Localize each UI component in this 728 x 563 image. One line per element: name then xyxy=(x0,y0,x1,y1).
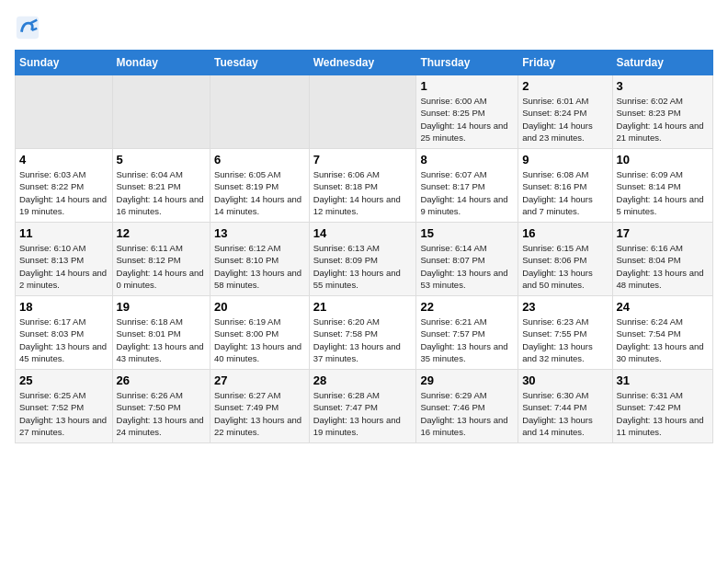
week-row-2: 4Sunrise: 6:03 AMSunset: 8:22 PMDaylight… xyxy=(16,149,713,223)
cell-content: Sunrise: 6:03 AMSunset: 8:22 PMDaylight:… xyxy=(19,168,108,217)
cell-content: Sunrise: 6:14 AMSunset: 8:07 PMDaylight:… xyxy=(420,242,514,291)
date-number: 22 xyxy=(420,300,514,314)
cell-content: Sunrise: 6:18 AMSunset: 8:01 PMDaylight:… xyxy=(117,316,206,364)
calendar-cell xyxy=(16,75,113,149)
cell-content: Sunrise: 6:20 AMSunset: 7:58 PMDaylight:… xyxy=(313,316,413,364)
date-number: 21 xyxy=(313,300,413,314)
cell-content: Sunrise: 6:10 AMSunset: 8:13 PMDaylight:… xyxy=(19,242,108,291)
calendar-cell: 25Sunrise: 6:25 AMSunset: 7:52 PMDayligh… xyxy=(16,370,113,443)
calendar-cell: 26Sunrise: 6:26 AMSunset: 7:50 PMDayligh… xyxy=(112,370,210,443)
cell-content: Sunrise: 6:26 AMSunset: 7:50 PMDaylight:… xyxy=(117,389,206,438)
calendar-cell: 7Sunrise: 6:06 AMSunset: 8:18 PMDaylight… xyxy=(309,149,416,223)
header-row: SundayMondayTuesdayWednesdayThursdayFrid… xyxy=(16,51,713,75)
calendar-cell: 11Sunrise: 6:10 AMSunset: 8:13 PMDayligh… xyxy=(16,223,113,296)
date-number: 28 xyxy=(313,373,413,387)
calendar-cell: 19Sunrise: 6:18 AMSunset: 8:01 PMDayligh… xyxy=(112,296,210,370)
cell-content: Sunrise: 6:11 AMSunset: 8:12 PMDaylight:… xyxy=(117,242,206,291)
date-number: 5 xyxy=(117,153,206,167)
cell-content: Sunrise: 6:13 AMSunset: 8:09 PMDaylight:… xyxy=(313,242,413,291)
date-number: 13 xyxy=(214,226,305,240)
date-number: 24 xyxy=(617,300,709,314)
day-header-monday: Monday xyxy=(112,51,210,75)
week-row-5: 25Sunrise: 6:25 AMSunset: 7:52 PMDayligh… xyxy=(16,370,713,443)
date-number: 12 xyxy=(117,226,206,240)
date-number: 15 xyxy=(420,226,514,240)
logo xyxy=(15,15,44,40)
cell-content: Sunrise: 6:25 AMSunset: 7:52 PMDaylight:… xyxy=(19,389,108,438)
date-number: 20 xyxy=(214,300,305,314)
cell-content: Sunrise: 6:16 AMSunset: 8:04 PMDaylight:… xyxy=(617,242,709,291)
calendar-cell: 9Sunrise: 6:08 AMSunset: 8:16 PMDaylight… xyxy=(518,149,612,223)
date-number: 2 xyxy=(522,79,608,93)
date-number: 4 xyxy=(19,153,108,167)
calendar-cell: 24Sunrise: 6:24 AMSunset: 7:54 PMDayligh… xyxy=(612,296,712,370)
date-number: 1 xyxy=(420,79,514,93)
date-number: 23 xyxy=(522,300,608,314)
date-number: 9 xyxy=(522,153,608,167)
calendar-cell: 27Sunrise: 6:27 AMSunset: 7:49 PMDayligh… xyxy=(210,370,310,443)
date-number: 6 xyxy=(214,153,305,167)
week-row-4: 18Sunrise: 6:17 AMSunset: 8:03 PMDayligh… xyxy=(16,296,713,370)
calendar-cell: 30Sunrise: 6:30 AMSunset: 7:44 PMDayligh… xyxy=(518,370,612,443)
date-number: 10 xyxy=(617,153,709,167)
date-number: 14 xyxy=(313,226,413,240)
cell-content: Sunrise: 6:28 AMSunset: 7:47 PMDaylight:… xyxy=(313,389,413,438)
date-number: 29 xyxy=(420,373,514,387)
day-header-tuesday: Tuesday xyxy=(210,51,310,75)
cell-content: Sunrise: 6:09 AMSunset: 8:14 PMDaylight:… xyxy=(617,168,709,217)
logo-icon xyxy=(15,15,40,40)
day-header-thursday: Thursday xyxy=(416,51,518,75)
date-number: 26 xyxy=(117,373,206,387)
cell-content: Sunrise: 6:05 AMSunset: 8:19 PMDaylight:… xyxy=(214,168,305,217)
calendar-cell: 4Sunrise: 6:03 AMSunset: 8:22 PMDaylight… xyxy=(16,149,113,223)
calendar-cell: 15Sunrise: 6:14 AMSunset: 8:07 PMDayligh… xyxy=(416,223,518,296)
calendar-cell xyxy=(210,75,310,149)
calendar-cell: 20Sunrise: 6:19 AMSunset: 8:00 PMDayligh… xyxy=(210,296,310,370)
calendar-cell: 13Sunrise: 6:12 AMSunset: 8:10 PMDayligh… xyxy=(210,223,310,296)
page-header xyxy=(15,15,713,40)
day-header-sunday: Sunday xyxy=(16,51,113,75)
cell-content: Sunrise: 6:00 AMSunset: 8:25 PMDaylight:… xyxy=(420,95,514,144)
date-number: 25 xyxy=(19,373,108,387)
cell-content: Sunrise: 6:29 AMSunset: 7:46 PMDaylight:… xyxy=(420,389,514,438)
cell-content: Sunrise: 6:17 AMSunset: 8:03 PMDaylight:… xyxy=(19,316,108,364)
cell-content: Sunrise: 6:30 AMSunset: 7:44 PMDaylight:… xyxy=(522,389,608,438)
calendar-cell: 29Sunrise: 6:29 AMSunset: 7:46 PMDayligh… xyxy=(416,370,518,443)
calendar-cell: 12Sunrise: 6:11 AMSunset: 8:12 PMDayligh… xyxy=(112,223,210,296)
calendar-cell: 6Sunrise: 6:05 AMSunset: 8:19 PMDaylight… xyxy=(210,149,310,223)
calendar-cell: 3Sunrise: 6:02 AMSunset: 8:23 PMDaylight… xyxy=(612,75,712,149)
calendar-cell: 22Sunrise: 6:21 AMSunset: 7:57 PMDayligh… xyxy=(416,296,518,370)
date-number: 8 xyxy=(420,153,514,167)
calendar-cell: 23Sunrise: 6:23 AMSunset: 7:55 PMDayligh… xyxy=(518,296,612,370)
date-number: 17 xyxy=(617,226,709,240)
cell-content: Sunrise: 6:12 AMSunset: 8:10 PMDaylight:… xyxy=(214,242,305,291)
cell-content: Sunrise: 6:08 AMSunset: 8:16 PMDaylight:… xyxy=(522,168,608,217)
cell-content: Sunrise: 6:02 AMSunset: 8:23 PMDaylight:… xyxy=(617,95,709,144)
cell-content: Sunrise: 6:07 AMSunset: 8:17 PMDaylight:… xyxy=(420,168,514,217)
cell-content: Sunrise: 6:23 AMSunset: 7:55 PMDaylight:… xyxy=(522,316,608,364)
day-header-friday: Friday xyxy=(518,51,612,75)
week-row-1: 1Sunrise: 6:00 AMSunset: 8:25 PMDaylight… xyxy=(16,75,713,149)
calendar-cell: 5Sunrise: 6:04 AMSunset: 8:21 PMDaylight… xyxy=(112,149,210,223)
cell-content: Sunrise: 6:21 AMSunset: 7:57 PMDaylight:… xyxy=(420,316,514,364)
day-header-saturday: Saturday xyxy=(612,51,712,75)
calendar-cell: 14Sunrise: 6:13 AMSunset: 8:09 PMDayligh… xyxy=(309,223,416,296)
calendar-cell xyxy=(309,75,416,149)
cell-content: Sunrise: 6:04 AMSunset: 8:21 PMDaylight:… xyxy=(117,168,206,217)
day-header-wednesday: Wednesday xyxy=(309,51,416,75)
calendar-cell: 2Sunrise: 6:01 AMSunset: 8:24 PMDaylight… xyxy=(518,75,612,149)
calendar-table: SundayMondayTuesdayWednesdayThursdayFrid… xyxy=(15,50,713,443)
calendar-cell: 21Sunrise: 6:20 AMSunset: 7:58 PMDayligh… xyxy=(309,296,416,370)
cell-content: Sunrise: 6:01 AMSunset: 8:24 PMDaylight:… xyxy=(522,95,608,144)
cell-content: Sunrise: 6:06 AMSunset: 8:18 PMDaylight:… xyxy=(313,168,413,217)
date-number: 30 xyxy=(522,373,608,387)
calendar-cell: 16Sunrise: 6:15 AMSunset: 8:06 PMDayligh… xyxy=(518,223,612,296)
calendar-cell: 17Sunrise: 6:16 AMSunset: 8:04 PMDayligh… xyxy=(612,223,712,296)
cell-content: Sunrise: 6:31 AMSunset: 7:42 PMDaylight:… xyxy=(617,389,709,438)
calendar-cell: 10Sunrise: 6:09 AMSunset: 8:14 PMDayligh… xyxy=(612,149,712,223)
date-number: 11 xyxy=(19,226,108,240)
date-number: 31 xyxy=(617,373,709,387)
cell-content: Sunrise: 6:27 AMSunset: 7:49 PMDaylight:… xyxy=(214,389,305,438)
date-number: 7 xyxy=(313,153,413,167)
calendar-cell: 8Sunrise: 6:07 AMSunset: 8:17 PMDaylight… xyxy=(416,149,518,223)
